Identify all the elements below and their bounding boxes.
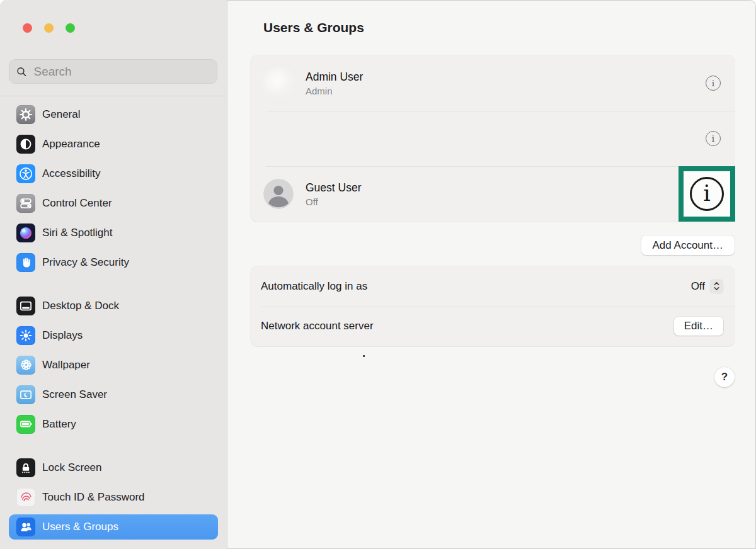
search-field[interactable]: [9, 59, 217, 84]
battery-icon: [16, 415, 35, 434]
users-icon: [16, 518, 35, 536]
sidebar: General Appearance: [0, 0, 227, 549]
sidebar-item-touch-id-password[interactable]: Touch ID & Password: [9, 482, 218, 512]
user-row-admin[interactable]: Admin User Admin i: [251, 55, 735, 111]
sidebar-item-label: Control Center: [42, 197, 112, 210]
page-title: Users & Groups: [263, 19, 735, 36]
sidebar-item-label: Siri & Spotlight: [42, 227, 113, 239]
add-account-button[interactable]: Add Account…: [641, 235, 735, 255]
sidebar-item-label: Battery: [42, 418, 76, 431]
fingerprint-icon: [16, 488, 35, 507]
zoom-window-button[interactable]: [66, 23, 75, 33]
sidebar-item-siri-spotlight[interactable]: Siri & Spotlight: [9, 218, 218, 247]
siri-icon: [16, 224, 35, 242]
sidebar-item-label: Displays: [42, 329, 83, 342]
guest-avatar: [263, 179, 294, 209]
sidebar-item-label: Appearance: [42, 138, 100, 150]
sidebar-item-control-center[interactable]: Control Center: [9, 188, 218, 218]
sidebar-item-desktop-dock[interactable]: Desktop & Dock: [9, 291, 218, 320]
sidebar-item-label: Privacy & Security: [42, 256, 129, 269]
sidebar-item-label: Wallpaper: [42, 359, 90, 371]
user-row-redacted[interactable]: i: [251, 111, 735, 166]
sidebar-item-label: Touch ID & Password: [42, 491, 145, 504]
sidebar-item-label: Screen Saver: [42, 388, 107, 401]
sidebar-divider: [0, 96, 227, 96]
guest-info-icon[interactable]: i: [690, 177, 724, 211]
window-controls: [23, 23, 75, 33]
edit-button[interactable]: Edit…: [674, 317, 723, 336]
admin-avatar: [263, 68, 294, 98]
sidebar-nav: General Appearance: [9, 99, 218, 541]
control-center-icon: [16, 194, 35, 213]
sidebar-group-gap: [9, 277, 218, 291]
user-subtitle: Off: [306, 196, 362, 207]
privacy-hand-icon: [16, 253, 35, 272]
main-panel: Users & Groups Admin User Admin i i: [228, 0, 756, 549]
sidebar-item-screen-saver[interactable]: Screen Saver: [9, 380, 218, 409]
sidebar-item-label: Users & Groups: [42, 521, 118, 533]
info-icon[interactable]: i: [706, 131, 721, 146]
auto-login-row: Automatically log in as Off: [251, 266, 735, 307]
sidebar-item-accessibility[interactable]: Accessibility: [9, 159, 218, 188]
sidebar-item-lock-screen[interactable]: Lock Screen: [9, 453, 218, 482]
search-icon: [16, 66, 26, 77]
sidebar-item-wallpaper[interactable]: Wallpaper: [9, 350, 218, 380]
search-input[interactable]: [32, 64, 210, 79]
sidebar-item-label: Lock Screen: [42, 461, 102, 474]
display-sun-icon: [16, 326, 35, 345]
lock-icon: [16, 458, 35, 477]
sidebar-item-appearance[interactable]: Appearance: [9, 129, 218, 159]
user-subtitle: Admin: [306, 86, 363, 96]
highlight-callout: i: [679, 166, 735, 222]
user-row-guest[interactable]: Guest User Off i: [251, 166, 735, 222]
setting-label: Automatically log in as: [261, 280, 367, 293]
sidebar-item-privacy-security[interactable]: Privacy & Security: [9, 247, 218, 277]
network-account-server-row: Network account server Edit…: [251, 307, 735, 347]
user-name: Guest User: [306, 181, 362, 195]
close-window-button[interactable]: [23, 23, 32, 33]
help-button[interactable]: ?: [714, 367, 735, 387]
setting-label: Network account server: [261, 320, 374, 332]
stray-dot: [363, 355, 365, 357]
accessibility-icon: [16, 164, 35, 183]
sidebar-item-battery[interactable]: Battery: [9, 409, 218, 439]
sidebar-group-gap: [9, 439, 218, 453]
auto-login-dropdown[interactable]: Off: [691, 280, 723, 293]
gear-icon: [16, 105, 35, 124]
dropdown-value: Off: [691, 280, 705, 293]
login-settings-card: Automatically log in as Off Network acco…: [251, 266, 735, 346]
minimize-window-button[interactable]: [44, 23, 54, 33]
system-settings-window: General Appearance: [0, 0, 756, 549]
user-name: Admin User: [306, 71, 363, 84]
sidebar-item-users-groups[interactable]: Users & Groups: [9, 514, 218, 540]
sidebar-item-label: Accessibility: [42, 167, 101, 180]
sidebar-item-general[interactable]: General: [9, 99, 218, 129]
appearance-icon: [16, 135, 35, 154]
desktop-dock-icon: [16, 297, 35, 315]
info-icon[interactable]: i: [706, 76, 721, 91]
sidebar-item-label: General: [42, 108, 80, 121]
sidebar-item-label: Desktop & Dock: [42, 300, 119, 312]
user-list-card: Admin User Admin i i Guest User Off: [251, 55, 735, 222]
screen-saver-icon: [16, 385, 35, 404]
chevron-up-down-icon[interactable]: [710, 280, 723, 293]
sidebar-item-displays[interactable]: Displays: [9, 320, 218, 350]
wallpaper-flower-icon: [16, 356, 35, 375]
